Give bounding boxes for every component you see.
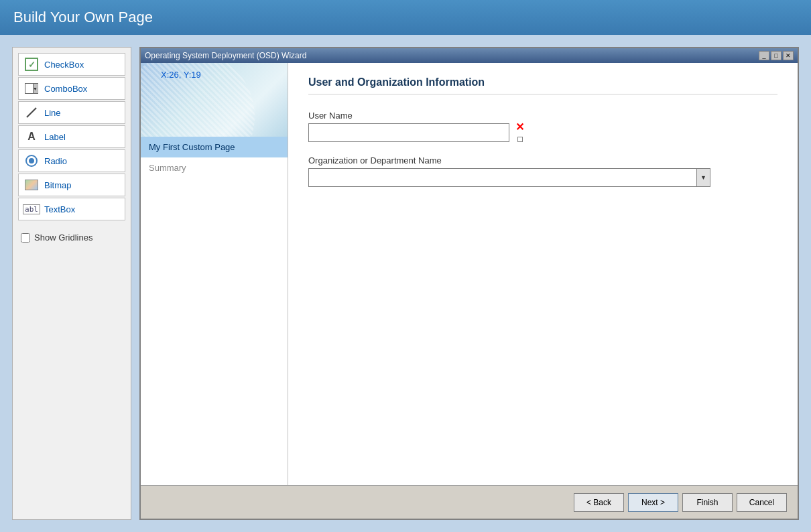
tool-line[interactable]: Line <box>18 101 125 124</box>
wizard-body: X:26, Y:19 My First Custom Page Summary … <box>141 63 798 485</box>
main-content: CheckBox ▼ ComboBox Line A Label <box>0 35 811 532</box>
combobox-icon: ▼ <box>24 81 39 96</box>
next-button[interactable]: Next > <box>628 493 678 512</box>
wizard-section-title: User and Organization Information <box>308 76 777 94</box>
toolbox-panel: CheckBox ▼ ComboBox Line A Label <box>12 47 131 520</box>
bitmap-icon <box>24 178 39 192</box>
wizard-nav-item-summary-label: Summary <box>149 163 186 173</box>
wizard-header-image: X:26, Y:19 <box>141 63 288 137</box>
cancel-button[interactable]: Cancel <box>737 493 787 512</box>
checkbox-icon <box>24 57 39 72</box>
tool-radio[interactable]: Radio <box>18 149 125 172</box>
page-title-bar: Build Your Own Page <box>0 0 811 35</box>
wizard-minimize-button[interactable]: _ <box>759 51 769 60</box>
tool-combobox-label: ComboBox <box>44 84 87 94</box>
wizard-nav-item-custom-page-label: My First Custom Page <box>149 142 235 152</box>
textbox-icon: abl <box>24 202 39 216</box>
wizard-window: Operating System Deployment (OSD) Wizard… <box>139 47 799 520</box>
wizard-nav-item-custom-page[interactable]: My First Custom Page <box>141 137 288 157</box>
wizard-title-controls: _ □ ✕ <box>759 51 794 60</box>
tool-checkbox-label: CheckBox <box>44 60 84 70</box>
resize-indicator: ✕ <box>515 122 524 133</box>
tool-checkbox[interactable]: CheckBox <box>18 53 125 76</box>
org-dept-input[interactable] <box>309 169 696 186</box>
label-icon: A <box>24 129 39 144</box>
tool-label[interactable]: A Label <box>18 125 125 148</box>
tool-line-label: Line <box>44 108 61 118</box>
resize-handle[interactable] <box>517 137 523 142</box>
page-title: Build Your Own Page <box>13 9 153 26</box>
tool-textbox-label: TextBox <box>44 204 75 214</box>
finish-button[interactable]: Finish <box>682 493 733 512</box>
show-gridlines-label: Show Gridlines <box>34 232 92 243</box>
wizard-nav-item-summary[interactable]: Summary <box>141 157 288 178</box>
org-dept-dropdown-button[interactable]: ▼ <box>696 169 710 186</box>
radio-icon <box>24 153 39 168</box>
wizard-content: User and Organization Information User N… <box>288 63 798 485</box>
user-name-field-wrapper: ✕ <box>308 123 523 142</box>
wizard-restore-button[interactable]: □ <box>771 51 782 60</box>
back-button[interactable]: < Back <box>574 493 624 512</box>
wizard-coords: X:26, Y:19 <box>161 70 201 80</box>
tool-bitmap-label: Bitmap <box>44 180 71 190</box>
tool-combobox[interactable]: ▼ ComboBox <box>18 77 125 100</box>
tool-radio-label: Radio <box>44 156 67 166</box>
wizard-title-bar: Operating System Deployment (OSD) Wizard… <box>141 48 798 63</box>
wizard-nav-items: My First Custom Page Summary <box>141 137 288 178</box>
wizard-title-text: Operating System Deployment (OSD) Wizard <box>145 51 306 60</box>
tool-label-label: Label <box>44 132 66 142</box>
user-name-group: User Name ✕ <box>308 111 777 142</box>
org-dept-group: Organization or Department Name ▼ <box>308 155 777 187</box>
show-gridlines-row[interactable]: Show Gridlines <box>18 227 125 248</box>
user-name-label: User Name <box>308 111 777 121</box>
wizard-nav: X:26, Y:19 My First Custom Page Summary <box>141 63 288 485</box>
tool-textbox[interactable]: abl TextBox <box>18 198 125 220</box>
show-gridlines-checkbox[interactable] <box>21 233 30 243</box>
wizard-bottom-bar: < Back Next > Finish Cancel <box>141 485 798 519</box>
org-dept-combo: ▼ <box>308 168 710 187</box>
wizard-close-button[interactable]: ✕ <box>783 51 794 60</box>
line-icon <box>24 105 39 120</box>
org-dept-label: Organization or Department Name <box>308 155 777 165</box>
user-name-input[interactable] <box>308 123 509 142</box>
tool-bitmap[interactable]: Bitmap <box>18 174 125 196</box>
